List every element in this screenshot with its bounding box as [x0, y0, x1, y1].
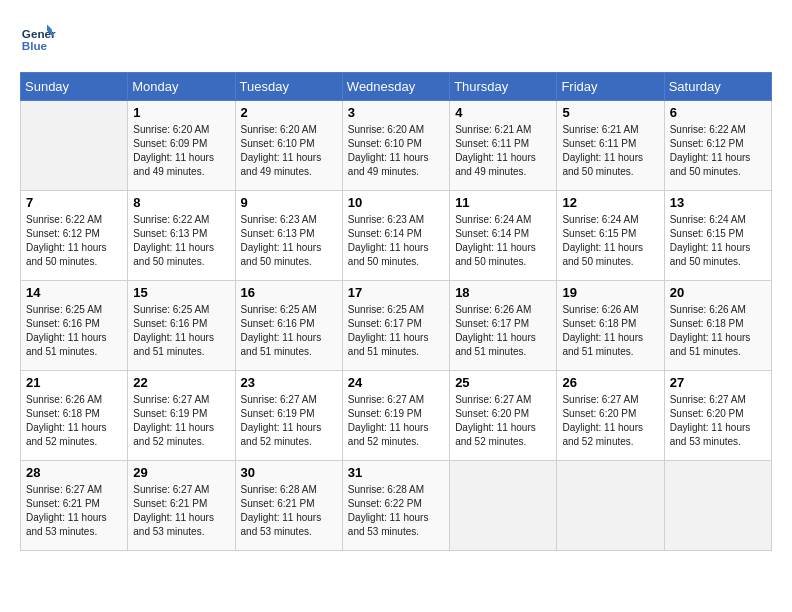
calendar-cell: 31Sunrise: 6:28 AM Sunset: 6:22 PM Dayli…: [342, 461, 449, 551]
day-number: 5: [562, 105, 658, 120]
day-number: 23: [241, 375, 337, 390]
day-number: 21: [26, 375, 122, 390]
day-info: Sunrise: 6:26 AM Sunset: 6:18 PM Dayligh…: [26, 393, 122, 449]
calendar-cell: 27Sunrise: 6:27 AM Sunset: 6:20 PM Dayli…: [664, 371, 771, 461]
calendar-cell: 8Sunrise: 6:22 AM Sunset: 6:13 PM Daylig…: [128, 191, 235, 281]
day-number: 25: [455, 375, 551, 390]
day-number: 27: [670, 375, 766, 390]
logo-icon: General Blue: [20, 20, 56, 56]
calendar-cell: 15Sunrise: 6:25 AM Sunset: 6:16 PM Dayli…: [128, 281, 235, 371]
page-header: General Blue: [20, 20, 772, 56]
calendar-cell: 25Sunrise: 6:27 AM Sunset: 6:20 PM Dayli…: [450, 371, 557, 461]
day-info: Sunrise: 6:25 AM Sunset: 6:16 PM Dayligh…: [133, 303, 229, 359]
day-number: 31: [348, 465, 444, 480]
calendar-cell: 28Sunrise: 6:27 AM Sunset: 6:21 PM Dayli…: [21, 461, 128, 551]
day-info: Sunrise: 6:25 AM Sunset: 6:16 PM Dayligh…: [26, 303, 122, 359]
day-number: 13: [670, 195, 766, 210]
calendar-cell: 18Sunrise: 6:26 AM Sunset: 6:17 PM Dayli…: [450, 281, 557, 371]
day-info: Sunrise: 6:24 AM Sunset: 6:14 PM Dayligh…: [455, 213, 551, 269]
day-info: Sunrise: 6:21 AM Sunset: 6:11 PM Dayligh…: [562, 123, 658, 179]
day-info: Sunrise: 6:23 AM Sunset: 6:14 PM Dayligh…: [348, 213, 444, 269]
calendar-cell: 19Sunrise: 6:26 AM Sunset: 6:18 PM Dayli…: [557, 281, 664, 371]
day-number: 30: [241, 465, 337, 480]
calendar-cell: 4Sunrise: 6:21 AM Sunset: 6:11 PM Daylig…: [450, 101, 557, 191]
day-number: 7: [26, 195, 122, 210]
calendar-cell: [664, 461, 771, 551]
day-info: Sunrise: 6:20 AM Sunset: 6:10 PM Dayligh…: [241, 123, 337, 179]
calendar-cell: [557, 461, 664, 551]
calendar-cell: 26Sunrise: 6:27 AM Sunset: 6:20 PM Dayli…: [557, 371, 664, 461]
calendar-cell: 24Sunrise: 6:27 AM Sunset: 6:19 PM Dayli…: [342, 371, 449, 461]
day-info: Sunrise: 6:24 AM Sunset: 6:15 PM Dayligh…: [562, 213, 658, 269]
day-info: Sunrise: 6:23 AM Sunset: 6:13 PM Dayligh…: [241, 213, 337, 269]
day-number: 18: [455, 285, 551, 300]
day-number: 11: [455, 195, 551, 210]
day-info: Sunrise: 6:27 AM Sunset: 6:20 PM Dayligh…: [455, 393, 551, 449]
calendar-cell: 7Sunrise: 6:22 AM Sunset: 6:12 PM Daylig…: [21, 191, 128, 281]
calendar-cell: 30Sunrise: 6:28 AM Sunset: 6:21 PM Dayli…: [235, 461, 342, 551]
calendar-cell: 9Sunrise: 6:23 AM Sunset: 6:13 PM Daylig…: [235, 191, 342, 281]
calendar-cell: 6Sunrise: 6:22 AM Sunset: 6:12 PM Daylig…: [664, 101, 771, 191]
day-number: 8: [133, 195, 229, 210]
day-info: Sunrise: 6:26 AM Sunset: 6:18 PM Dayligh…: [670, 303, 766, 359]
calendar-cell: 22Sunrise: 6:27 AM Sunset: 6:19 PM Dayli…: [128, 371, 235, 461]
calendar-cell: 21Sunrise: 6:26 AM Sunset: 6:18 PM Dayli…: [21, 371, 128, 461]
day-header-sunday: Sunday: [21, 73, 128, 101]
day-info: Sunrise: 6:25 AM Sunset: 6:16 PM Dayligh…: [241, 303, 337, 359]
calendar-week-4: 21Sunrise: 6:26 AM Sunset: 6:18 PM Dayli…: [21, 371, 772, 461]
calendar-cell: 13Sunrise: 6:24 AM Sunset: 6:15 PM Dayli…: [664, 191, 771, 281]
day-info: Sunrise: 6:22 AM Sunset: 6:12 PM Dayligh…: [26, 213, 122, 269]
day-number: 19: [562, 285, 658, 300]
day-header-monday: Monday: [128, 73, 235, 101]
day-number: 16: [241, 285, 337, 300]
day-header-friday: Friday: [557, 73, 664, 101]
day-number: 3: [348, 105, 444, 120]
day-number: 26: [562, 375, 658, 390]
day-number: 9: [241, 195, 337, 210]
day-info: Sunrise: 6:22 AM Sunset: 6:13 PM Dayligh…: [133, 213, 229, 269]
calendar-cell: 20Sunrise: 6:26 AM Sunset: 6:18 PM Dayli…: [664, 281, 771, 371]
day-number: 29: [133, 465, 229, 480]
calendar-week-1: 1Sunrise: 6:20 AM Sunset: 6:09 PM Daylig…: [21, 101, 772, 191]
calendar-table: SundayMondayTuesdayWednesdayThursdayFrid…: [20, 72, 772, 551]
day-info: Sunrise: 6:20 AM Sunset: 6:09 PM Dayligh…: [133, 123, 229, 179]
calendar-cell: 5Sunrise: 6:21 AM Sunset: 6:11 PM Daylig…: [557, 101, 664, 191]
day-info: Sunrise: 6:27 AM Sunset: 6:20 PM Dayligh…: [670, 393, 766, 449]
calendar-cell: 3Sunrise: 6:20 AM Sunset: 6:10 PM Daylig…: [342, 101, 449, 191]
calendar-cell: 12Sunrise: 6:24 AM Sunset: 6:15 PM Dayli…: [557, 191, 664, 281]
day-info: Sunrise: 6:27 AM Sunset: 6:20 PM Dayligh…: [562, 393, 658, 449]
day-number: 10: [348, 195, 444, 210]
day-number: 2: [241, 105, 337, 120]
calendar-cell: 23Sunrise: 6:27 AM Sunset: 6:19 PM Dayli…: [235, 371, 342, 461]
calendar-week-3: 14Sunrise: 6:25 AM Sunset: 6:16 PM Dayli…: [21, 281, 772, 371]
day-info: Sunrise: 6:26 AM Sunset: 6:18 PM Dayligh…: [562, 303, 658, 359]
calendar-cell: 16Sunrise: 6:25 AM Sunset: 6:16 PM Dayli…: [235, 281, 342, 371]
day-header-saturday: Saturday: [664, 73, 771, 101]
day-info: Sunrise: 6:24 AM Sunset: 6:15 PM Dayligh…: [670, 213, 766, 269]
day-info: Sunrise: 6:27 AM Sunset: 6:19 PM Dayligh…: [241, 393, 337, 449]
day-info: Sunrise: 6:28 AM Sunset: 6:21 PM Dayligh…: [241, 483, 337, 539]
calendar-cell: [21, 101, 128, 191]
calendar-week-5: 28Sunrise: 6:27 AM Sunset: 6:21 PM Dayli…: [21, 461, 772, 551]
day-header-wednesday: Wednesday: [342, 73, 449, 101]
day-header-tuesday: Tuesday: [235, 73, 342, 101]
day-info: Sunrise: 6:27 AM Sunset: 6:21 PM Dayligh…: [26, 483, 122, 539]
day-info: Sunrise: 6:22 AM Sunset: 6:12 PM Dayligh…: [670, 123, 766, 179]
logo: General Blue: [20, 20, 62, 56]
day-info: Sunrise: 6:26 AM Sunset: 6:17 PM Dayligh…: [455, 303, 551, 359]
calendar-cell: 2Sunrise: 6:20 AM Sunset: 6:10 PM Daylig…: [235, 101, 342, 191]
calendar-week-2: 7Sunrise: 6:22 AM Sunset: 6:12 PM Daylig…: [21, 191, 772, 281]
day-number: 12: [562, 195, 658, 210]
calendar-cell: 1Sunrise: 6:20 AM Sunset: 6:09 PM Daylig…: [128, 101, 235, 191]
day-number: 14: [26, 285, 122, 300]
calendar-cell: 14Sunrise: 6:25 AM Sunset: 6:16 PM Dayli…: [21, 281, 128, 371]
svg-text:Blue: Blue: [22, 39, 48, 52]
day-number: 6: [670, 105, 766, 120]
day-number: 28: [26, 465, 122, 480]
calendar-cell: [450, 461, 557, 551]
day-number: 1: [133, 105, 229, 120]
calendar-cell: 29Sunrise: 6:27 AM Sunset: 6:21 PM Dayli…: [128, 461, 235, 551]
day-number: 20: [670, 285, 766, 300]
day-number: 17: [348, 285, 444, 300]
day-number: 22: [133, 375, 229, 390]
